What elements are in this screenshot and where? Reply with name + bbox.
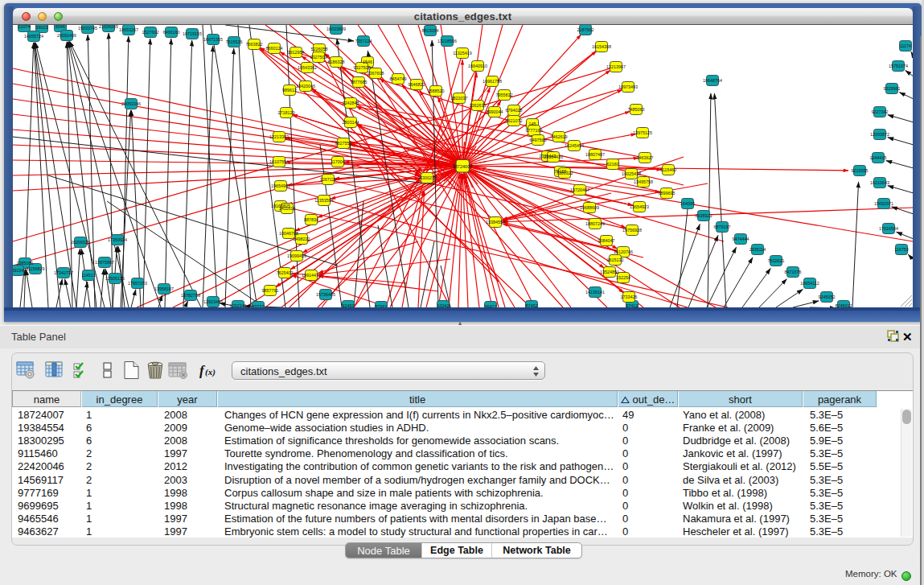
svg-text:9857791: 9857791	[262, 288, 279, 293]
svg-text:8454749: 8454749	[390, 76, 407, 81]
svg-text:19099459: 19099459	[287, 253, 306, 258]
svg-text:12505135: 12505135	[105, 276, 125, 281]
svg-text:5226058: 5226058	[311, 47, 328, 51]
svg-text:1990044: 1990044	[487, 109, 503, 114]
svg-text:2367608: 2367608	[368, 71, 384, 76]
svg-text:3912954: 3912954	[288, 50, 305, 55]
svg-text:1362635: 1362635	[470, 103, 487, 108]
svg-text:9227342: 9227342	[872, 109, 889, 114]
svg-text:19756928: 19756928	[622, 228, 642, 233]
svg-text:16245454: 16245454	[565, 143, 584, 148]
svg-text:8813054: 8813054	[422, 28, 439, 33]
svg-text:10807487: 10807487	[585, 152, 605, 157]
svg-text:1244415: 1244415	[870, 155, 887, 160]
svg-text:17957253: 17957253	[128, 281, 147, 286]
svg-text:1621072: 1621072	[506, 118, 523, 123]
svg-text:7955812: 7955812	[496, 93, 513, 97]
svg-text:23420046: 23420046	[296, 84, 315, 89]
svg-text:887834: 887834	[304, 217, 318, 222]
svg-text:6899695: 6899695	[659, 191, 676, 196]
svg-text:20206526: 20206526	[71, 240, 90, 245]
svg-text:1527602: 1527602	[142, 30, 159, 35]
svg-text:9777169: 9777169	[526, 128, 543, 133]
svg-text:9084047: 9084047	[598, 238, 615, 243]
svg-text:92450: 92450	[343, 303, 355, 307]
svg-text:989612: 989612	[282, 88, 297, 93]
svg-text:19914479: 19914479	[302, 273, 321, 278]
svg-text:2242848: 2242848	[343, 101, 359, 105]
svg-text:14055724: 14055724	[24, 34, 43, 39]
svg-text:9646821: 9646821	[409, 82, 425, 87]
svg-text:10653267: 10653267	[119, 27, 138, 32]
svg-text:62160: 62160	[607, 162, 619, 167]
svg-text:9327508: 9327508	[354, 65, 371, 70]
svg-text:39023: 39023	[36, 25, 48, 30]
svg-text:8186328: 8186328	[328, 60, 345, 64]
svg-text:20091406: 20091406	[57, 33, 76, 38]
svg-text:10719155: 10719155	[183, 31, 202, 36]
svg-text:10046708: 10046708	[279, 231, 298, 236]
svg-text:13218506: 13218506	[437, 39, 457, 43]
svg-text:10025438: 10025438	[622, 171, 641, 176]
svg-text:18807249: 18807249	[585, 221, 605, 226]
svg-text:8938923: 8938923	[696, 213, 713, 218]
svg-text:12213967: 12213967	[606, 64, 626, 69]
svg-text:9827552: 9827552	[335, 141, 352, 146]
svg-text:11325419: 11325419	[453, 51, 472, 56]
svg-text:16961758: 16961758	[483, 79, 502, 84]
svg-text:8245012: 8245012	[836, 303, 852, 307]
svg-text:23364436: 23364436	[544, 154, 563, 159]
svg-text:6466160: 6466160	[163, 30, 180, 35]
svg-text:2187662: 2187662	[577, 27, 594, 32]
svg-text:15751074: 15751074	[889, 64, 908, 68]
svg-text:17359924: 17359924	[108, 237, 127, 242]
svg-text:10654112: 10654112	[800, 281, 819, 286]
svg-text:16543362: 16543362	[298, 65, 317, 70]
svg-text:6497568: 6497568	[530, 138, 547, 142]
svg-text:8660124: 8660124	[266, 46, 283, 51]
svg-text:7386322: 7386322	[556, 171, 573, 175]
svg-text:1733426: 1733426	[621, 295, 638, 299]
svg-text:16154308: 16154308	[592, 44, 611, 49]
svg-text:13654923: 13654923	[630, 204, 649, 209]
svg-text:11156829: 11156829	[26, 266, 44, 271]
svg-text:21034265: 21034265	[99, 25, 118, 29]
svg-text:7462619: 7462619	[551, 134, 568, 139]
svg-text:10688609: 10688609	[580, 205, 599, 210]
svg-text:1822037: 1822037	[451, 96, 468, 101]
svg-text:19654963: 19654963	[271, 183, 290, 188]
svg-text:87452: 87452	[526, 303, 538, 307]
svg-text:145: 145	[529, 122, 536, 126]
svg-text:6794028: 6794028	[506, 108, 523, 113]
svg-text:3877685: 3877685	[351, 80, 368, 84]
svg-text:97412: 97412	[626, 303, 639, 307]
svg-text:15720407: 15720407	[570, 187, 589, 192]
svg-text:16782759: 16782759	[181, 293, 200, 298]
svg-text:16640910: 16640910	[468, 64, 487, 68]
svg-text:15736485: 15736485	[316, 292, 335, 297]
svg-text:2718129: 2718129	[278, 110, 295, 115]
svg-text:7632621: 7632621	[768, 258, 785, 263]
svg-text:11353594: 11353594	[314, 198, 334, 203]
svg-text:17016504: 17016504	[879, 226, 898, 231]
svg-text:87961: 87961	[376, 304, 388, 307]
svg-text:9329961: 9329961	[884, 86, 901, 91]
svg-text:15692971: 15692971	[874, 201, 893, 206]
svg-text:12213303: 12213303	[269, 134, 289, 139]
svg-text:13975867: 13975867	[95, 260, 114, 265]
svg-text:1546: 1546	[363, 60, 372, 64]
svg-text:114513: 114513	[81, 273, 96, 278]
svg-text:13495758: 13495758	[634, 179, 653, 184]
svg-text:2803144: 2803144	[343, 120, 359, 125]
svg-text:7357224: 7357224	[355, 39, 372, 43]
svg-text:(x): (x)	[205, 367, 216, 377]
svg-text:1385081: 1385081	[17, 261, 34, 266]
svg-text:7663822: 7663822	[246, 42, 263, 47]
svg-text:16671355: 16671355	[203, 37, 223, 42]
svg-text:9463627: 9463627	[637, 155, 654, 160]
svg-text:14136141: 14136141	[585, 290, 605, 295]
svg-text:83732: 83732	[253, 304, 265, 307]
svg-text:117004: 117004	[331, 159, 345, 164]
svg-text:16107554: 16107554	[269, 159, 289, 164]
svg-text:152254: 152254	[616, 275, 630, 280]
